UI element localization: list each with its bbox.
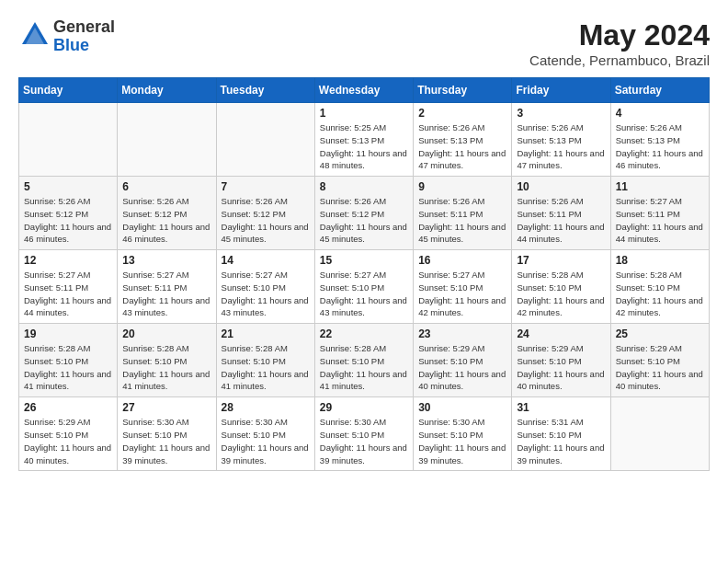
weekday-header: Thursday: [414, 78, 512, 103]
calendar-cell: 31Sunrise: 5:31 AM Sunset: 5:10 PM Dayli…: [512, 397, 610, 471]
logo-blue: Blue: [53, 37, 115, 55]
page-header: General Blue May 2024 Catende, Pernambuc…: [18, 18, 710, 68]
day-number: 14: [222, 254, 310, 267]
day-info: Sunrise: 5:30 AM Sunset: 5:10 PM Dayligh…: [222, 416, 310, 466]
day-info: Sunrise: 5:28 AM Sunset: 5:10 PM Dayligh…: [24, 342, 112, 393]
day-number: 4: [616, 107, 704, 120]
day-info: Sunrise: 5:28 AM Sunset: 5:10 PM Dayligh…: [320, 342, 408, 393]
calendar-cell: 16Sunrise: 5:27 AM Sunset: 5:10 PM Dayli…: [414, 250, 512, 324]
day-number: 16: [418, 254, 506, 267]
calendar-cell: 17Sunrise: 5:28 AM Sunset: 5:10 PM Dayli…: [512, 250, 610, 324]
weekday-header: Tuesday: [216, 78, 314, 103]
calendar-cell: 9Sunrise: 5:26 AM Sunset: 5:11 PM Daylig…: [414, 177, 512, 250]
day-number: 19: [24, 327, 112, 340]
calendar-cell: 26Sunrise: 5:29 AM Sunset: 5:10 PM Dayli…: [19, 397, 118, 471]
day-number: 28: [222, 401, 310, 414]
day-number: 20: [122, 327, 210, 340]
calendar-cell: [610, 397, 709, 471]
day-info: Sunrise: 5:26 AM Sunset: 5:13 PM Dayligh…: [418, 121, 506, 172]
calendar-cell: 5Sunrise: 5:26 AM Sunset: 5:12 PM Daylig…: [19, 177, 118, 250]
day-number: 17: [517, 254, 605, 267]
day-number: 25: [616, 327, 704, 340]
calendar-cell: 21Sunrise: 5:28 AM Sunset: 5:10 PM Dayli…: [216, 324, 314, 397]
weekday-header: Monday: [118, 78, 216, 103]
day-number: 18: [616, 254, 704, 267]
day-number: 9: [418, 180, 506, 193]
day-info: Sunrise: 5:28 AM Sunset: 5:10 PM Dayligh…: [616, 269, 704, 319]
day-number: 8: [320, 180, 408, 193]
calendar-week-row: 5Sunrise: 5:26 AM Sunset: 5:12 PM Daylig…: [19, 177, 710, 250]
calendar-week-row: 26Sunrise: 5:29 AM Sunset: 5:10 PM Dayli…: [19, 397, 710, 471]
day-number: 29: [320, 401, 408, 414]
calendar-table: SundayMondayTuesdayWednesdayThursdayFrid…: [18, 77, 710, 471]
day-info: Sunrise: 5:27 AM Sunset: 5:11 PM Dayligh…: [24, 269, 112, 319]
day-info: Sunrise: 5:25 AM Sunset: 5:13 PM Dayligh…: [320, 121, 408, 172]
weekday-header: Saturday: [610, 78, 709, 103]
logo-text: General Blue: [53, 18, 115, 55]
day-number: 3: [517, 107, 605, 120]
calendar-cell: 19Sunrise: 5:28 AM Sunset: 5:10 PM Dayli…: [19, 324, 118, 397]
day-number: 5: [24, 180, 112, 193]
day-info: Sunrise: 5:27 AM Sunset: 5:10 PM Dayligh…: [418, 269, 506, 319]
day-info: Sunrise: 5:27 AM Sunset: 5:10 PM Dayligh…: [320, 269, 408, 319]
title-block: May 2024 Catende, Pernambuco, Brazil: [529, 18, 710, 68]
weekday-header: Sunday: [19, 78, 118, 103]
day-info: Sunrise: 5:30 AM Sunset: 5:10 PM Dayligh…: [122, 416, 210, 466]
calendar-cell: [118, 103, 216, 177]
calendar-cell: 7Sunrise: 5:26 AM Sunset: 5:12 PM Daylig…: [216, 177, 314, 250]
calendar-cell: 8Sunrise: 5:26 AM Sunset: 5:12 PM Daylig…: [314, 177, 413, 250]
day-number: 31: [517, 401, 605, 414]
day-info: Sunrise: 5:28 AM Sunset: 5:10 PM Dayligh…: [122, 342, 210, 393]
calendar-cell: 27Sunrise: 5:30 AM Sunset: 5:10 PM Dayli…: [118, 397, 216, 471]
day-number: 2: [418, 107, 506, 120]
day-info: Sunrise: 5:30 AM Sunset: 5:10 PM Dayligh…: [418, 416, 506, 466]
day-number: 11: [616, 180, 704, 193]
day-number: 6: [122, 180, 210, 193]
day-info: Sunrise: 5:29 AM Sunset: 5:10 PM Dayligh…: [24, 416, 112, 466]
logo-general: General: [53, 18, 115, 37]
day-info: Sunrise: 5:29 AM Sunset: 5:10 PM Dayligh…: [517, 342, 605, 393]
day-info: Sunrise: 5:26 AM Sunset: 5:12 PM Dayligh…: [320, 195, 408, 246]
calendar-cell: 29Sunrise: 5:30 AM Sunset: 5:10 PM Dayli…: [314, 397, 413, 471]
calendar-cell: 3Sunrise: 5:26 AM Sunset: 5:13 PM Daylig…: [512, 103, 610, 177]
calendar-cell: [216, 103, 314, 177]
calendar-week-row: 12Sunrise: 5:27 AM Sunset: 5:11 PM Dayli…: [19, 250, 710, 324]
weekday-header: Wednesday: [314, 78, 413, 103]
logo-icon: [18, 18, 51, 52]
calendar-cell: 30Sunrise: 5:30 AM Sunset: 5:10 PM Dayli…: [414, 397, 512, 471]
day-number: 15: [320, 254, 408, 267]
calendar-cell: [19, 103, 118, 177]
calendar-cell: 20Sunrise: 5:28 AM Sunset: 5:10 PM Dayli…: [118, 324, 216, 397]
calendar-cell: 24Sunrise: 5:29 AM Sunset: 5:10 PM Dayli…: [512, 324, 610, 397]
calendar-cell: 2Sunrise: 5:26 AM Sunset: 5:13 PM Daylig…: [414, 103, 512, 177]
day-info: Sunrise: 5:26 AM Sunset: 5:11 PM Dayligh…: [418, 195, 506, 246]
day-number: 27: [122, 401, 210, 414]
day-info: Sunrise: 5:30 AM Sunset: 5:10 PM Dayligh…: [320, 416, 408, 466]
calendar-cell: 1Sunrise: 5:25 AM Sunset: 5:13 PM Daylig…: [314, 103, 413, 177]
day-number: 22: [320, 327, 408, 340]
day-info: Sunrise: 5:27 AM Sunset: 5:11 PM Dayligh…: [122, 269, 210, 319]
day-number: 30: [418, 401, 506, 414]
day-number: 23: [418, 327, 506, 340]
day-number: 24: [517, 327, 605, 340]
calendar-cell: 25Sunrise: 5:29 AM Sunset: 5:10 PM Dayli…: [610, 324, 709, 397]
calendar-cell: 23Sunrise: 5:29 AM Sunset: 5:10 PM Dayli…: [414, 324, 512, 397]
day-number: 1: [320, 107, 408, 120]
day-info: Sunrise: 5:31 AM Sunset: 5:10 PM Dayligh…: [517, 416, 605, 466]
day-info: Sunrise: 5:28 AM Sunset: 5:10 PM Dayligh…: [517, 269, 605, 319]
day-number: 12: [24, 254, 112, 267]
calendar-cell: 10Sunrise: 5:26 AM Sunset: 5:11 PM Dayli…: [512, 177, 610, 250]
calendar-cell: 28Sunrise: 5:30 AM Sunset: 5:10 PM Dayli…: [216, 397, 314, 471]
day-number: 7: [222, 180, 310, 193]
calendar-cell: 4Sunrise: 5:26 AM Sunset: 5:13 PM Daylig…: [610, 103, 709, 177]
day-number: 13: [122, 254, 210, 267]
day-info: Sunrise: 5:29 AM Sunset: 5:10 PM Dayligh…: [418, 342, 506, 393]
calendar-cell: 15Sunrise: 5:27 AM Sunset: 5:10 PM Dayli…: [314, 250, 413, 324]
calendar-cell: 6Sunrise: 5:26 AM Sunset: 5:12 PM Daylig…: [118, 177, 216, 250]
calendar-cell: 11Sunrise: 5:27 AM Sunset: 5:11 PM Dayli…: [610, 177, 709, 250]
day-info: Sunrise: 5:26 AM Sunset: 5:12 PM Dayligh…: [222, 195, 310, 246]
calendar-cell: 14Sunrise: 5:27 AM Sunset: 5:10 PM Dayli…: [216, 250, 314, 324]
logo: General Blue: [18, 18, 115, 55]
calendar-week-row: 19Sunrise: 5:28 AM Sunset: 5:10 PM Dayli…: [19, 324, 710, 397]
day-info: Sunrise: 5:27 AM Sunset: 5:11 PM Dayligh…: [616, 195, 704, 246]
